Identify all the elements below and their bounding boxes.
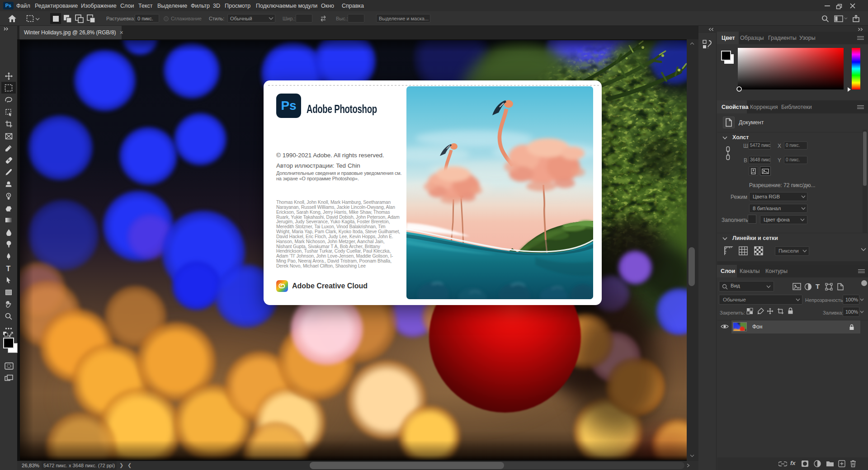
svg-text:T: T (6, 265, 10, 273)
